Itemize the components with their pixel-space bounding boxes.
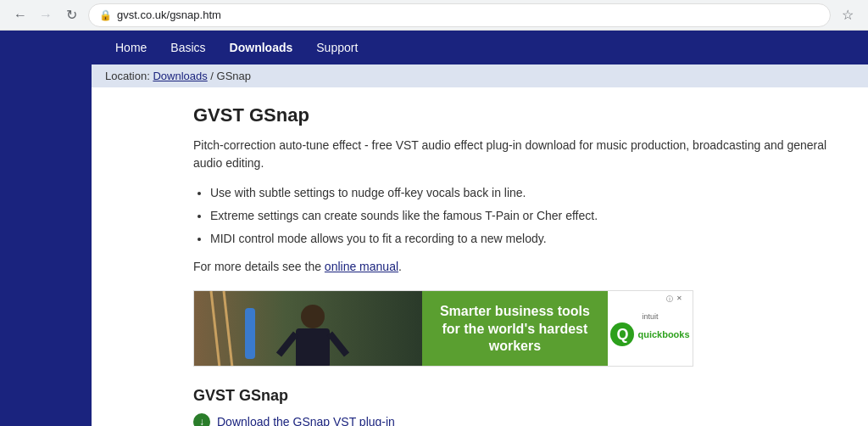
- back-button[interactable]: ←: [10, 5, 31, 25]
- svg-point-5: [301, 305, 325, 328]
- refresh-button[interactable]: ↻: [61, 5, 81, 25]
- more-details-text: For more details see the online manual.: [193, 260, 829, 273]
- more-details-end: .: [398, 260, 402, 273]
- ad-banner[interactable]: Smarter business toolsfor the world's ha…: [193, 290, 693, 367]
- list-item: MIDI control mode allows you to fit a re…: [210, 230, 829, 248]
- left-sidebar: [0, 31, 92, 426]
- nav-buttons: ← → ↻: [10, 5, 81, 25]
- main-area: Home Basics Downloads Support Location: …: [92, 31, 868, 426]
- address-bar[interactable]: 🔒 gvst.co.uk/gsnap.htm: [88, 3, 831, 27]
- download-icon: ↓: [193, 413, 210, 426]
- nav-downloads[interactable]: Downloads: [220, 34, 303, 61]
- nav-support[interactable]: Support: [306, 34, 368, 61]
- download-section: GVST GSnap ↓ Download the GSnap VST plug…: [193, 387, 829, 426]
- top-nav: Home Basics Downloads Support: [92, 31, 868, 64]
- breadcrumb-separator: / GSnap: [210, 70, 251, 82]
- list-item: Use with subtle settings to nudge off-ke…: [210, 184, 829, 202]
- svg-rect-4: [245, 308, 255, 359]
- bookmark-button[interactable]: ☆: [837, 5, 858, 25]
- list-item: Extreme settings can create sounds like …: [210, 207, 829, 225]
- browser-chrome: ← → ↻ 🔒 gvst.co.uk/gsnap.htm ☆: [0, 0, 868, 31]
- ad-info-controls: ⓘ ✕: [666, 294, 682, 304]
- download-link-text: Download the GSnap VST plug-in: [217, 415, 395, 426]
- ad-green-section: Smarter business toolsfor the world's ha…: [422, 291, 608, 367]
- svg-rect-6: [296, 328, 330, 367]
- breadcrumb-prefix: Location:: [105, 70, 150, 82]
- quickbooks-label: quickbooks: [637, 329, 689, 339]
- page-title: GVST GSnap: [193, 104, 829, 126]
- intuit-label: intuit: [642, 312, 658, 321]
- ad-quickbooks-section: ⓘ ✕ intuit Q quickbooks: [608, 291, 693, 367]
- ad-green-text: Smarter business toolsfor the world's ha…: [431, 303, 599, 356]
- ad-info-icon[interactable]: ⓘ: [666, 294, 673, 304]
- breadcrumb-link[interactable]: Downloads: [153, 70, 207, 82]
- ad-person-image: [194, 291, 422, 367]
- qb-circle-icon: Q: [610, 322, 634, 346]
- breadcrumb-bar: Location: Downloads / GSnap: [92, 64, 868, 87]
- nav-home[interactable]: Home: [105, 34, 157, 61]
- feature-list: Use with subtle settings to nudge off-ke…: [210, 184, 829, 248]
- quickbooks-logo: Q quickbooks: [610, 322, 689, 346]
- more-details-prefix: For more details see the: [193, 260, 321, 273]
- url-text: gvst.co.uk/gsnap.htm: [117, 8, 221, 21]
- ad-photo: [194, 291, 422, 367]
- page-description: Pitch-correction auto-tune effect - free…: [193, 137, 829, 172]
- forward-button[interactable]: →: [36, 5, 56, 25]
- lock-icon: 🔒: [99, 9, 112, 21]
- content-area: GVST GSnap Pitch-correction auto-tune ef…: [92, 87, 854, 426]
- ad-close-icon[interactable]: ✕: [676, 294, 682, 304]
- download-link[interactable]: ↓ Download the GSnap VST plug-in: [193, 413, 829, 426]
- download-title: GVST GSnap: [193, 387, 829, 405]
- online-manual-link[interactable]: online manual: [325, 260, 398, 273]
- page-layout: Home Basics Downloads Support Location: …: [0, 31, 868, 426]
- nav-basics[interactable]: Basics: [160, 34, 215, 61]
